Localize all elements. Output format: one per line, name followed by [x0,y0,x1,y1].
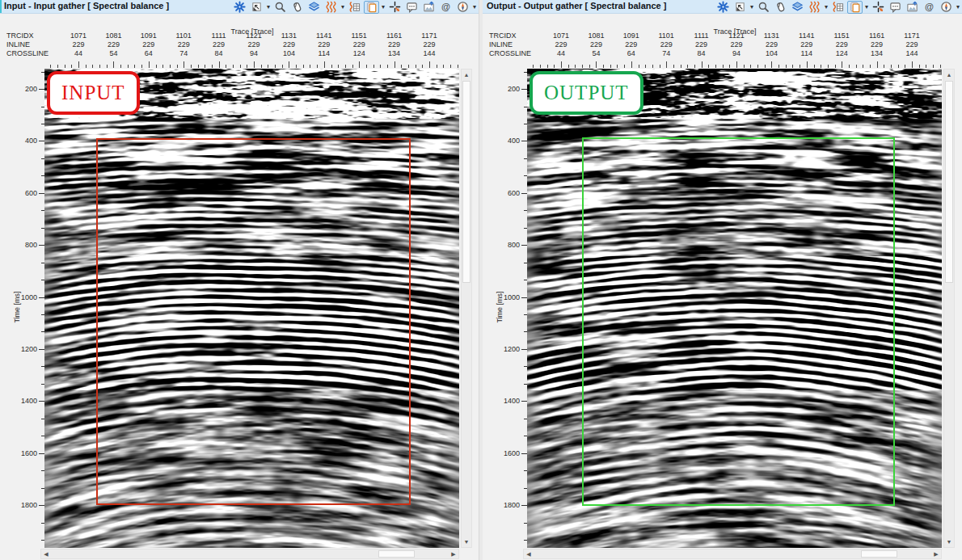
horizontal-scrollbar[interactable]: ◀ ▶ [40,549,459,559]
mouse-tool-button[interactable] [773,1,788,14]
wiggle-display-button[interactable] [323,1,339,14]
resize-mode-button[interactable] [732,1,748,14]
scroll-left-button[interactable]: ◀ [41,549,51,558]
trace-header-value: 114 [306,49,342,57]
crosshair-pick-button[interactable] [871,1,886,14]
trace-tick [162,65,163,68]
dropdown-arrow-icon[interactable]: ▾ [956,1,960,14]
trace-tick [324,61,325,68]
resize-mode-button[interactable] [249,1,264,14]
trace-grid-button[interactable] [347,1,362,14]
mouse-tool-button[interactable] [289,1,305,14]
trace-tick [884,65,884,68]
annotation-rect[interactable] [96,138,411,505]
vertical-scroll-thumb[interactable] [945,81,953,283]
scroll-right-button[interactable]: ▶ [449,549,458,558]
comment-icon [889,1,901,13]
seek-location-button[interactable]: @ [438,1,454,14]
scroll-down-button[interactable]: ▼ [462,537,471,547]
svg-text:@: @ [925,2,934,11]
scroll-up-button[interactable]: ▲ [462,69,471,80]
horizontal-scroll-thumb[interactable] [378,550,415,558]
layers-button[interactable] [790,1,805,14]
output-label-annotation[interactable]: OUTPUT [530,71,643,115]
comment-button[interactable] [404,1,420,14]
trace-header-value: 94 [719,49,754,57]
trace-tick [603,65,604,68]
trace-header-value: 229 [894,40,930,48]
horizontal-scrollbar[interactable]: ◀ ▶ [523,549,942,559]
trace-tick [401,65,402,68]
trace-tick [842,61,842,68]
time-tick-label: 1400 [496,397,520,405]
trace-tick [303,65,304,68]
trace-header-value: 114 [789,49,825,57]
gather-pages-button[interactable] [847,1,863,14]
layers-button[interactable] [306,1,322,14]
gather-pages-button[interactable] [364,1,379,14]
trace-tick [898,65,899,68]
annotation-rect[interactable] [582,137,895,506]
snapshot-export-button[interactable] [905,1,920,14]
horizontal-scroll-thumb[interactable] [861,550,897,558]
dropdown-arrow-icon[interactable]: ▾ [749,1,754,14]
zoom-button[interactable] [756,1,771,14]
trace-header-value: 1091 [614,32,649,40]
trace-tick [149,61,150,68]
trace-tick [652,65,653,68]
trace-tick [57,65,58,68]
trace-header-value: 104 [271,49,306,57]
comment-button[interactable] [888,1,903,14]
snapshot-export-icon [423,1,435,13]
panel-toolbar: ▾▾▾@▾ [715,0,960,14]
trace-header-value: 64 [614,49,649,57]
compass-orientation-button[interactable] [455,1,470,14]
trace-axis-title: Trace [Trace] [204,27,301,36]
dropdown-arrow-icon[interactable]: ▾ [266,1,271,14]
comment-icon [406,1,418,13]
header-row-label: CROSSLINE [489,49,531,57]
dropdown-arrow-icon[interactable]: ▾ [472,1,477,14]
wiggle-display-button[interactable] [807,1,822,14]
scroll-right-button[interactable]: ▶ [931,549,941,558]
dropdown-arrow-icon[interactable]: ▾ [864,1,869,14]
trace-grid-button[interactable] [830,1,846,14]
trace-header-value: 1111 [684,32,719,40]
scroll-down-button[interactable]: ▼ [944,537,954,547]
trace-tick [715,65,716,68]
dropdown-arrow-icon[interactable]: ▾ [824,1,829,14]
trace-tick [107,65,108,68]
trace-tick [905,65,905,68]
scroll-left-button[interactable]: ◀ [524,549,534,558]
trace-header-value: 229 [614,40,649,48]
settings-gear-button[interactable] [232,1,247,14]
trace-tick [226,65,226,68]
input-label-annotation[interactable]: INPUT [47,71,140,115]
trace-tick [289,61,289,68]
scroll-up-button[interactable]: ▲ [944,69,954,80]
trace-tick [275,65,276,68]
time-tick [39,401,44,402]
time-tick-label: 1000 [13,293,37,301]
compass-orientation-button[interactable] [939,1,954,14]
dropdown-arrow-icon[interactable]: ▾ [340,1,345,14]
trace-header-value: 144 [894,49,930,57]
trace-tick [247,65,247,68]
layers-icon [791,1,804,13]
trace-header-value: 229 [166,40,201,48]
trace-header-value: 1171 [894,32,930,40]
crosshair-pick-button[interactable] [387,1,403,14]
resize-mode-icon [251,1,263,13]
vertical-scrollbar[interactable]: ▲ ▼ [943,69,955,548]
seek-location-button[interactable]: @ [922,1,937,14]
zoom-button[interactable] [272,1,288,14]
settings-gear-button[interactable] [715,1,731,14]
dropdown-arrow-icon[interactable]: ▾ [381,1,386,14]
trace-tick [765,65,766,68]
vertical-scrollbar[interactable]: ▲ ▼ [461,69,472,548]
time-tick [521,297,527,298]
vertical-scroll-thumb[interactable] [462,81,470,283]
trace-tick [338,65,339,68]
snapshot-export-button[interactable] [421,1,437,14]
trace-tick [631,61,632,68]
